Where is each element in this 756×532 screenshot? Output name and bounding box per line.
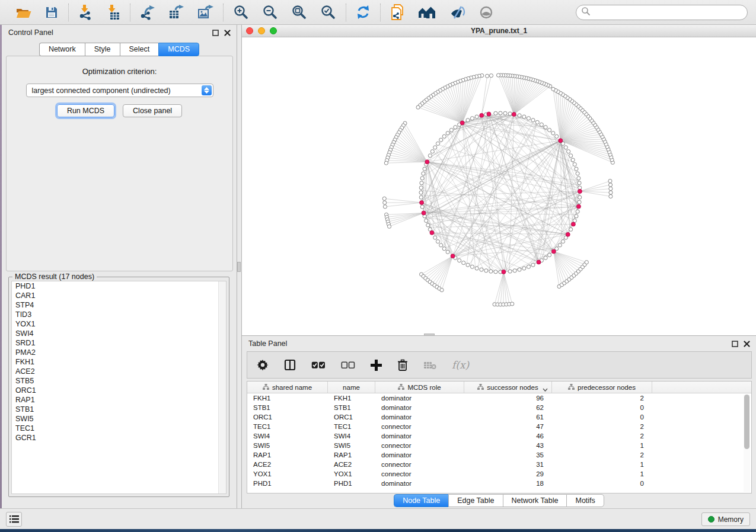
- table-scrollbar-track[interactable]: [744, 395, 750, 492]
- column-header-name[interactable]: name: [328, 382, 375, 393]
- mcds-result-item[interactable]: YOX1: [12, 319, 226, 329]
- search-box[interactable]: [576, 5, 748, 20]
- mcds-result-item[interactable]: SRD1: [12, 338, 226, 348]
- table-row[interactable]: ACE2ACE2connector311: [247, 460, 751, 469]
- mcds-list-scrollbar[interactable]: [218, 281, 226, 493]
- mcds-result-item[interactable]: STB1: [12, 405, 226, 414]
- float-table-panel-icon[interactable]: [731, 340, 738, 347]
- network-canvas[interactable]: [242, 37, 756, 335]
- table-cell: 0: [552, 479, 652, 488]
- tab-network-table[interactable]: Network Table: [503, 494, 567, 507]
- mcds-result-item[interactable]: TID3: [12, 310, 226, 319]
- table-cell: FKH1: [247, 393, 328, 403]
- table-row[interactable]: RAP1RAP1dominator352: [247, 450, 751, 460]
- mcds-result-item[interactable]: SWI4: [12, 329, 226, 338]
- hierarchy-icon: [477, 384, 484, 391]
- mcds-result-item[interactable]: ACE2: [12, 367, 226, 376]
- table-row[interactable]: TEC1TEC1connector472: [247, 422, 751, 431]
- mcds-result-item[interactable]: SWI5: [12, 414, 226, 424]
- mcds-result-item[interactable]: ORC1: [12, 386, 226, 395]
- table-cell: dominator: [375, 403, 464, 412]
- export-network-icon[interactable]: [140, 5, 155, 20]
- tab-motifs[interactable]: Motifs: [566, 494, 604, 507]
- import-table-from-file-icon[interactable]: [106, 4, 120, 20]
- tab-node-table[interactable]: Node Table: [394, 494, 448, 507]
- birds-eye-view-icon[interactable]: [418, 5, 436, 19]
- table-row[interactable]: PHD1PHD1dominator180: [247, 479, 751, 488]
- show-column-selector-icon[interactable]: [284, 359, 296, 371]
- table-cell: 2: [552, 450, 652, 460]
- deselect-all-checkboxes-icon[interactable]: [341, 361, 355, 369]
- tab-select[interactable]: Select: [120, 43, 159, 56]
- panel-menu-button[interactable]: [6, 512, 22, 527]
- table-row[interactable]: FKH1FKH1dominator962: [247, 393, 751, 403]
- zoom-in-icon[interactable]: [233, 4, 249, 20]
- mcds-result-item[interactable]: TEC1: [12, 424, 226, 433]
- column-label: shared name: [272, 384, 312, 391]
- table-scrollbar-thumb[interactable]: [744, 395, 749, 449]
- zoom-fit-icon[interactable]: [291, 4, 307, 20]
- delete-table-icon: [423, 361, 436, 370]
- close-table-panel-icon[interactable]: [743, 340, 750, 347]
- tab-style[interactable]: Style: [85, 43, 120, 56]
- control-panel: Control Panel NetworkStyleSelectMCDS Opt…: [2, 25, 237, 508]
- table-cell: 0: [552, 412, 652, 422]
- table-row[interactable]: STB1STB1dominator620: [247, 403, 751, 412]
- column-header-predecessor-nodes[interactable]: predecessor nodes: [552, 382, 652, 393]
- memory-button[interactable]: Memory: [701, 512, 750, 526]
- tab-edge-table[interactable]: Edge Table: [448, 494, 502, 507]
- close-panel-icon[interactable]: [224, 29, 231, 36]
- close-panel-button[interactable]: Close panel: [123, 104, 182, 117]
- mcds-result-item[interactable]: STB5: [12, 376, 226, 386]
- table-cell: dominator: [375, 431, 464, 441]
- zoom-out-icon[interactable]: [262, 4, 278, 20]
- column-header-MCDS-role[interactable]: MCDS role: [375, 382, 464, 393]
- table-cell: 18: [464, 479, 552, 488]
- table-row[interactable]: SWI4SWI4dominator462: [247, 431, 751, 441]
- table-row[interactable]: SWI5SWI5connector431: [247, 441, 751, 450]
- show-graphics-details-icon[interactable]: [479, 5, 494, 20]
- table-panel-tabs: Node TableEdge TableNetwork TableMotifs: [242, 494, 756, 507]
- add-row-icon[interactable]: [371, 360, 382, 371]
- tab-mcds[interactable]: MCDS: [158, 43, 199, 56]
- mcds-result-item[interactable]: GCR1: [12, 433, 226, 443]
- column-header-successor-nodes[interactable]: successor nodes: [464, 382, 552, 393]
- zoom-selected-icon[interactable]: [320, 4, 336, 20]
- mcds-result-item[interactable]: CAR1: [12, 291, 226, 300]
- select-all-checkboxes-icon[interactable]: [311, 361, 326, 369]
- table-cell: connector: [375, 441, 464, 450]
- vertical-splitter-handle[interactable]: [237, 262, 241, 272]
- clone-network-icon[interactable]: [390, 4, 405, 20]
- table-cell: ORC1: [328, 412, 375, 422]
- run-mcds-button[interactable]: Run MCDS: [57, 104, 114, 117]
- save-session-icon[interactable]: [44, 5, 59, 20]
- export-table-icon[interactable]: [168, 5, 184, 20]
- search-input[interactable]: [591, 7, 747, 18]
- mcds-result-list[interactable]: PHD1CAR1STP4TID3YOX1SWI4SRD1PMA2FKH1ACE2…: [11, 281, 227, 494]
- optimization-criterion-select[interactable]: largest connected component (undirected): [26, 84, 213, 97]
- import-network-from-file-icon[interactable]: [78, 4, 92, 20]
- export-image-icon[interactable]: [197, 5, 213, 20]
- table-row[interactable]: ORC1ORC1dominator610: [247, 412, 751, 422]
- network-window-title: YPA_prune.txt_1: [242, 27, 756, 35]
- mcds-result-item[interactable]: PHD1: [12, 281, 226, 291]
- column-header-shared-name[interactable]: shared name: [247, 382, 328, 393]
- float-panel-icon[interactable]: [212, 29, 219, 36]
- hierarchy-icon: [263, 384, 269, 391]
- delete-row-icon[interactable]: [397, 359, 408, 371]
- mcds-result-item[interactable]: PMA2: [12, 348, 226, 357]
- column-settings-icon[interactable]: [257, 359, 269, 371]
- mcds-result-item[interactable]: FKH1: [12, 357, 226, 367]
- hide-graphics-details-icon[interactable]: [449, 5, 465, 20]
- table-cell: TEC1: [247, 422, 328, 431]
- table-cell: 96: [464, 393, 552, 403]
- mcds-result-item[interactable]: STP4: [12, 300, 226, 310]
- table-cell: RAP1: [247, 450, 328, 460]
- table-cell: STB1: [328, 403, 375, 412]
- table-row[interactable]: YOX1YOX1connector291: [247, 469, 751, 479]
- open-file-icon[interactable]: [15, 5, 31, 20]
- tab-network[interactable]: Network: [39, 43, 85, 56]
- refresh-view-icon[interactable]: [356, 5, 371, 20]
- mcds-result-item[interactable]: RAP1: [12, 395, 226, 405]
- network-window-titlebar[interactable]: YPA_prune.txt_1: [242, 25, 756, 37]
